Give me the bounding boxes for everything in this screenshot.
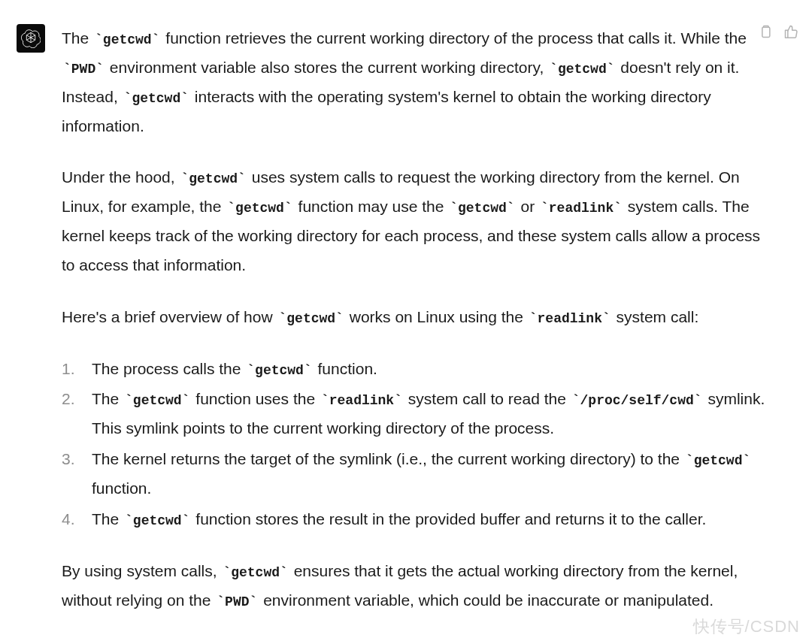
paragraph-3: Here's a brief overview of how `getcwd` … <box>62 303 765 332</box>
code-getcwd: `getcwd` <box>448 201 516 216</box>
like-button[interactable] <box>782 23 800 41</box>
copy-button[interactable] <box>756 23 774 41</box>
thumbs-up-icon <box>783 24 798 39</box>
code-getcwd: `getcwd` <box>179 171 247 186</box>
list-item: The kernel returns the target of the sym… <box>62 445 765 503</box>
list-item: The `getcwd` function stores the result … <box>62 505 765 534</box>
steps-list: The process calls the `getcwd` function.… <box>62 355 765 534</box>
code-getcwd: `getcwd` <box>123 91 190 106</box>
code-readlink: `readlink` <box>320 393 404 408</box>
code-getcwd: `getcwd` <box>226 201 293 216</box>
code-pwd: `PWD` <box>215 594 259 609</box>
code-pwd: `PWD` <box>62 62 105 77</box>
list-item: The process calls the `getcwd` function. <box>62 355 765 384</box>
code-getcwd: `getcwd` <box>123 513 191 528</box>
code-readlink: `readlink` <box>528 311 612 326</box>
paragraph-4: By using system calls, `getcwd` ensures … <box>62 557 765 615</box>
message-container: The `getcwd` function retrieves the curr… <box>0 0 812 639</box>
code-getcwd: `getcwd` <box>245 363 313 378</box>
paragraph-1: The `getcwd` function retrieves the curr… <box>62 24 765 141</box>
paragraph-2: Under the hood, `getcwd` uses system cal… <box>62 163 765 280</box>
clipboard-icon <box>758 24 773 39</box>
list-item: The `getcwd` function uses the `readlink… <box>62 385 765 443</box>
code-getcwd: `getcwd` <box>684 453 752 468</box>
code-proc-self-cwd: `/proc/self/cwd` <box>571 393 704 408</box>
code-getcwd: `getcwd` <box>93 32 161 47</box>
chatgpt-avatar <box>17 24 45 53</box>
watermark: 快传号/CSDN <box>693 615 800 638</box>
code-getcwd: `getcwd` <box>277 311 344 326</box>
openai-logo-icon <box>21 29 41 48</box>
code-getcwd: `getcwd` <box>221 565 289 580</box>
code-getcwd: `getcwd` <box>123 393 191 408</box>
message-content: The `getcwd` function retrieves the curr… <box>62 24 765 615</box>
code-getcwd: `getcwd` <box>548 62 616 77</box>
message-actions <box>756 23 800 41</box>
code-readlink: `readlink` <box>539 201 623 216</box>
svg-rect-0 <box>762 27 770 37</box>
